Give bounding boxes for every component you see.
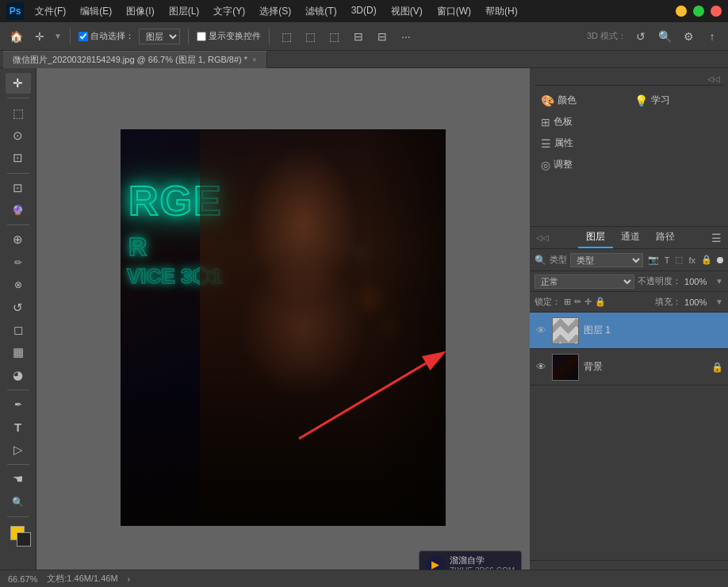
filter-toggle-dot[interactable] [717, 257, 723, 263]
tab-layers[interactable]: 图层 [578, 227, 613, 248]
layer-1-visibility[interactable]: 👁 [535, 324, 547, 337]
document-tab[interactable]: 微信图片_20200328154249.jpg @ 66.7% (图层 1, R… [3, 51, 267, 68]
color-icon: 🎨 [541, 94, 554, 107]
fill-value[interactable]: 100% [684, 297, 712, 307]
path-select-tool[interactable]: ▷ [6, 439, 31, 460]
toolbar-search-btn[interactable]: 🔍 [655, 27, 674, 46]
show-transform-checkbox[interactable] [197, 32, 206, 41]
marquee-tool[interactable]: ⬚ [6, 102, 31, 123]
color-panel-btn[interactable]: 🎨 颜色 [536, 90, 628, 110]
move-tool[interactable]: ✛ [6, 73, 31, 94]
adjustments-panel-btn[interactable]: ◎ 调整 [536, 155, 628, 175]
auto-select-checkbox[interactable] [79, 32, 88, 41]
properties-panel-btn[interactable]: ☰ 属性 [536, 133, 628, 153]
lock-transparent-btn[interactable]: ⊞ [564, 297, 571, 307]
main-toolbar: 🏠 ✛ ▼ 自动选择： 图层 组 显示变换控件 ⬚ ⬚ ⬚ ⊟ ⊟ ··· 3D… [0, 22, 728, 51]
tab-channels[interactable]: 通道 [613, 227, 648, 248]
align-center-btn[interactable]: ⬚ [301, 27, 320, 46]
pen-tool[interactable]: ✒ [6, 394, 31, 415]
more-options-btn[interactable]: ··· [397, 27, 416, 46]
magic-wand-tool[interactable]: ⊡ [6, 148, 31, 168]
lock-pixels-btn[interactable]: ✏ [574, 297, 581, 307]
layer-row-1[interactable]: 👁 图层 1 [530, 313, 728, 349]
menu-3d[interactable]: 3D(D) [345, 3, 383, 20]
filter-lock-icon[interactable]: 🔒 [699, 254, 714, 266]
brush-tool[interactable]: ✏ [6, 252, 31, 273]
close-button[interactable]: ✕ [711, 6, 722, 17]
neon-sign-2: R [128, 232, 147, 262]
opacity-chevron[interactable]: ▼ [715, 277, 723, 286]
align-left-btn[interactable]: ⬚ [278, 27, 297, 46]
menu-bar: 文件(F) 编辑(E) 图像(I) 图层(L) 文字(Y) 选择(S) 滤镜(T… [29, 3, 524, 20]
status-arrow[interactable]: › [128, 574, 131, 584]
crop-tool[interactable]: ⊡ [6, 177, 31, 198]
filter-smart-icon[interactable]: fx [687, 255, 697, 266]
panel-double-arrow-btn[interactable]: ◁◁ [536, 233, 549, 242]
auto-select-dropdown[interactable]: 图层 组 [139, 29, 180, 44]
filter-shape-icon[interactable]: ⬚ [673, 254, 684, 266]
tab-close-btn[interactable]: × [252, 56, 257, 64]
right-top-panel: ◁◁ 🎨 颜色 💡 学习 ⊞ 色板 ☰ 属性 [530, 68, 728, 227]
menu-select[interactable]: 选择(S) [253, 3, 297, 20]
zoom-tool[interactable]: 🔍 [6, 491, 31, 512]
blend-mode-select[interactable]: 正常 溶解 正片叠底 [535, 274, 634, 289]
menu-file[interactable]: 文件(F) [29, 3, 72, 20]
home-button[interactable]: 🏠 [6, 27, 25, 46]
menu-window[interactable]: 窗口(W) [431, 3, 477, 20]
zoom-level: 66.67% [8, 574, 37, 584]
properties-panel-label: 属性 [554, 136, 573, 150]
lock-position-btn[interactable]: ✛ [584, 297, 592, 307]
lasso-tool[interactable]: ⊙ [6, 125, 31, 146]
menu-image[interactable]: 图像(I) [120, 3, 160, 20]
menu-view[interactable]: 视图(V) [385, 3, 429, 20]
eyedropper-tool[interactable]: 🔮 [6, 200, 31, 221]
filter-pixel-icon[interactable]: 📷 [646, 254, 661, 266]
layer-bg-lock-icon: 🔒 [711, 362, 723, 373]
right-side: ◁◁ 🎨 颜色 💡 学习 ⊞ 色板 ☰ 属性 [530, 68, 728, 587]
menu-type[interactable]: 文字(Y) [207, 3, 251, 20]
distribute-btn[interactable]: ⊟ [349, 27, 368, 46]
layer-1-name: 图层 1 [584, 324, 723, 337]
layers-menu-icon[interactable]: ☰ [711, 232, 722, 244]
maximize-button[interactable]: □ [693, 6, 704, 17]
minimize-button[interactable]: — [676, 6, 687, 17]
gradient-tool[interactable]: ▦ [6, 342, 31, 363]
panel-top-controls: ◁◁ [535, 73, 723, 86]
toolbar-share-btn[interactable]: ↑ [703, 27, 722, 46]
menu-help[interactable]: 帮助(H) [479, 3, 524, 20]
dodge-tool[interactable]: ◕ [6, 365, 31, 386]
hand-tool[interactable]: ☚ [6, 469, 31, 489]
toolbar-settings-btn[interactable]: ⚙ [679, 27, 698, 46]
menu-edit[interactable]: 编辑(E) [74, 3, 118, 20]
background-color[interactable] [17, 532, 31, 547]
title-bar: Ps 文件(F) 编辑(E) 图像(I) 图层(L) 文字(Y) 选择(S) 滤… [0, 0, 728, 22]
swatches-panel-btn[interactable]: ⊞ 色板 [536, 112, 628, 132]
menu-layer[interactable]: 图层(L) [163, 3, 206, 20]
opacity-value[interactable]: 100% [684, 277, 712, 286]
distribute-v-btn[interactable]: ⊟ [373, 27, 392, 46]
window-controls: — □ ✕ [676, 6, 722, 17]
ps-logo: Ps [6, 2, 24, 20]
toolbar-divider-2 [188, 29, 189, 44]
clone-tool[interactable]: ⊗ [6, 274, 31, 295]
history-brush-tool[interactable]: ↺ [6, 297, 31, 317]
panel-collapse-btn[interactable]: ◁◁ [707, 75, 720, 83]
layer-bg-visibility[interactable]: 👁 [535, 361, 547, 374]
menu-filter[interactable]: 滤镜(T) [299, 3, 343, 20]
lock-all-btn[interactable]: 🔒 [595, 297, 606, 307]
eraser-tool[interactable]: ◻ [6, 320, 31, 340]
filter-text-icon[interactable]: T [663, 255, 672, 266]
toolbar-rotate-btn[interactable]: ↺ [631, 27, 650, 46]
properties-icon: ☰ [541, 137, 551, 150]
layers-header: ◁◁ 图层 通道 路径 ☰ [530, 227, 728, 249]
filter-type-select[interactable]: 类型 名称 效果 [570, 253, 643, 267]
tool-divider-3 [7, 224, 29, 225]
text-tool[interactable]: T [6, 416, 31, 437]
tab-paths[interactable]: 路径 [648, 227, 683, 248]
fill-chevron[interactable]: ▼ [715, 297, 723, 306]
learn-panel-btn[interactable]: 💡 学习 [630, 90, 722, 110]
align-right-btn[interactable]: ⬚ [325, 27, 344, 46]
layer-row-background[interactable]: 👁 背景 🔒 [530, 349, 728, 386]
heal-tool[interactable]: ⊕ [6, 229, 31, 250]
move-tool-btn[interactable]: ✛ [30, 27, 49, 46]
